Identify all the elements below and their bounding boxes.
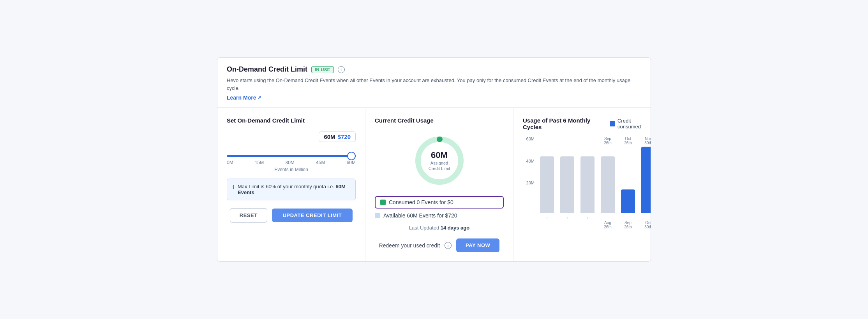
chart-legend-label: Credit consumed xyxy=(617,118,651,130)
sep-2: ↑ xyxy=(560,215,574,220)
info-text-prefix: Max Limit is 60% of your monthly quota i… xyxy=(238,184,334,189)
bar-rect-4 xyxy=(601,156,615,213)
bar-top-label-2: - xyxy=(560,137,574,145)
y-label-40m: 40M xyxy=(523,159,535,163)
header-section: On-Demand Credit Limit IN USE i Hevo sta… xyxy=(217,58,651,108)
credit-limit-slider[interactable] xyxy=(227,155,356,157)
bars-row xyxy=(540,147,651,213)
info-box: ℹ Max Limit is 60% of your monthly quota… xyxy=(227,179,356,200)
slider-label-0: 0M xyxy=(227,160,233,165)
bar-1 xyxy=(540,156,554,213)
donut-label2: Credit Limit xyxy=(429,166,450,171)
consumed-legend: Consumed 0 Events for $0 xyxy=(375,196,504,209)
slider-container: 0M 15M 30M 45M 60M Events in Million xyxy=(227,148,356,172)
bar-5 xyxy=(621,189,635,213)
slider-label-15: 15M xyxy=(255,160,264,165)
bar-bottom-label-6: Oct 30th xyxy=(641,221,651,229)
sep-5 xyxy=(621,215,635,220)
bar-rect-5 xyxy=(621,189,635,213)
bar-4 xyxy=(601,156,615,213)
bar-2 xyxy=(560,156,574,213)
bar-bottom-label-5: Sep 26th xyxy=(621,221,635,229)
slider-label-45: 45M xyxy=(316,160,325,165)
page-title: On-Demand Credit Limit xyxy=(227,65,307,74)
learn-more-link[interactable]: Learn More ↗ xyxy=(227,95,261,101)
sep-4 xyxy=(601,215,615,220)
button-row: RESET UPDATE CREDIT LIMIT xyxy=(227,208,356,223)
sep-1: ↑ xyxy=(540,215,554,220)
info-icon[interactable]: i xyxy=(338,66,345,73)
chart-legend: Credit consumed xyxy=(610,118,651,130)
y-label-60m: 60M xyxy=(523,137,535,141)
bar-bottom-label-1: - xyxy=(540,221,554,229)
slider-unit: Events in Million xyxy=(227,167,356,172)
header-title-row: On-Demand Credit Limit IN USE i xyxy=(227,65,641,74)
redeem-text: Redeem your used credit xyxy=(379,242,440,249)
bar-3 xyxy=(580,156,595,213)
slider-value-bubble: 60M $720 xyxy=(319,131,356,142)
chart-header: Usage of Past 6 Monthly Cycles Credit co… xyxy=(523,117,651,130)
info-box-icon: ℹ xyxy=(233,184,235,190)
available-dot xyxy=(375,213,380,218)
slider-label-60: 60M xyxy=(347,160,356,165)
update-credit-limit-button[interactable]: UPDATE CREDIT LIMIT xyxy=(272,209,353,222)
bar-bottom-label-2: - xyxy=(560,221,574,229)
y-label-20m: 20M xyxy=(523,181,535,185)
bar-top-label-6: Nov 30th xyxy=(641,137,651,145)
slider-label-30: 30M xyxy=(285,160,294,165)
bar-top-label-5: Oct 26th xyxy=(621,137,635,145)
chart-container: 60M 40M 20M - - - Sep 26th Oct 26th Nov … xyxy=(523,137,651,229)
main-container: On-Demand Credit Limit IN USE i Hevo sta… xyxy=(217,57,651,262)
slider-value-text: 60M xyxy=(324,133,335,140)
bar-top-label-1: - xyxy=(540,137,554,145)
donut-value: 60M xyxy=(429,150,450,160)
chart-title: Usage of Past 6 Monthly Cycles xyxy=(523,117,610,130)
consumed-dot xyxy=(380,200,386,205)
middle-panel-title: Current Credit Usage xyxy=(375,117,504,124)
last-updated-prefix: Last Updated xyxy=(409,225,439,231)
bar-rect-6 xyxy=(641,147,651,213)
bar-6 xyxy=(641,147,651,213)
middle-panel: Current Credit Usage 60M Assigned Credit… xyxy=(365,108,513,261)
chart-legend-dot xyxy=(610,121,615,126)
slider-labels: 0M 15M 30M 45M 60M xyxy=(227,160,356,165)
available-label: Available 60M Events for $720 xyxy=(383,212,457,219)
last-updated-value: 14 days ago xyxy=(441,225,469,231)
pay-now-button[interactable]: PAY NOW xyxy=(456,238,499,252)
bar-rect-3 xyxy=(580,156,595,213)
redeem-row: Redeem your used credit i PAY NOW xyxy=(375,238,504,252)
y-axis: 60M 40M 20M xyxy=(523,137,537,203)
donut-container: 60M Assigned Credit Limit xyxy=(375,131,504,190)
donut-center: 60M Assigned Credit Limit xyxy=(429,150,450,172)
available-legend: Available 60M Events for $720 xyxy=(375,212,504,219)
bar-top-label-3: - xyxy=(580,137,595,145)
in-use-badge: IN USE xyxy=(311,66,334,73)
info-box-text: Max Limit is 60% of your monthly quota i… xyxy=(238,184,350,195)
slider-price: $720 xyxy=(338,133,351,140)
legend-container: Consumed 0 Events for $0 Available 60M E… xyxy=(375,196,504,219)
content-row: Set On-Demand Credit Limit 60M $720 0M 1… xyxy=(217,108,651,261)
learn-more-text: Learn More xyxy=(227,95,256,101)
bar-top-label-4: Sep 26th xyxy=(601,137,615,145)
bar-bottom-label-3: - xyxy=(580,221,595,229)
sep-3: ↑ xyxy=(580,215,595,220)
left-panel-title: Set On-Demand Credit Limit xyxy=(227,117,356,124)
consumed-label: Consumed 0 Events for $0 xyxy=(389,199,453,205)
bar-rect-1 xyxy=(540,156,554,213)
redeem-info-icon[interactable]: i xyxy=(445,242,452,249)
header-description: Hevo starts using the On-Demand Credit E… xyxy=(227,77,641,92)
right-panel: Usage of Past 6 Monthly Cycles Credit co… xyxy=(513,108,651,261)
sep-6 xyxy=(641,215,651,220)
external-link-icon: ↗ xyxy=(258,95,261,100)
chart-bars-wrapper: - - - Sep 26th Oct 26th Nov 30th xyxy=(540,137,651,229)
bar-rect-2 xyxy=(560,156,574,213)
left-panel: Set On-Demand Credit Limit 60M $720 0M 1… xyxy=(217,108,365,261)
reset-button[interactable]: RESET xyxy=(230,208,267,223)
bar-bottom-label-4: Aug 26th xyxy=(601,221,615,229)
last-updated: Last Updated 14 days ago xyxy=(375,225,504,231)
donut-label1: Assigned xyxy=(429,160,450,166)
donut-chart: 60M Assigned Credit Limit xyxy=(410,131,469,190)
